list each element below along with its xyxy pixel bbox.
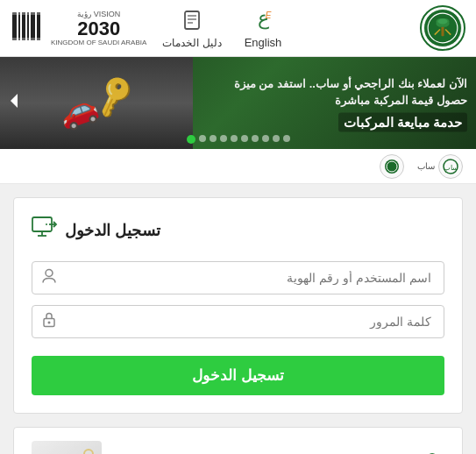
banner-prev-button[interactable] <box>4 90 25 117</box>
dot-4[interactable] <box>252 135 259 142</box>
dot-3[interactable] <box>262 135 269 142</box>
banner-title: الآن لعملاء بنك الراجحي أو ساب.. استفد م… <box>234 74 467 109</box>
header-nav: ع E English دليل الخدمات VIS <box>11 4 288 53</box>
partner-logos-strip: ساب ساب <box>0 149 476 184</box>
main-content: تسجيل الدخول <box>0 184 476 454</box>
dot-2[interactable] <box>273 135 280 142</box>
svg-rect-17 <box>27 12 29 40</box>
dot-8[interactable] <box>210 135 217 142</box>
login-submit-button[interactable]: تسجيل الدخول <box>32 356 444 395</box>
header: ع E English دليل الخدمات VIS <box>0 0 476 57</box>
keys-image: 🔑🚗 <box>53 72 140 133</box>
new-user-section: مستخدم جديد؟ <box>13 427 463 454</box>
svg-point-5 <box>438 18 448 24</box>
svg-point-34 <box>48 322 51 324</box>
svg-rect-14 <box>12 12 17 40</box>
dot-6[interactable] <box>231 135 238 142</box>
username-input[interactable] <box>32 261 444 294</box>
language-switcher[interactable]: ع E English <box>238 4 289 53</box>
services-label: دليل الخدمات <box>162 37 221 49</box>
svg-text:E: E <box>266 11 272 20</box>
language-icon: ع E <box>251 7 275 36</box>
login-title: تسجيل الدخول <box>65 221 160 240</box>
logo-label-1: ساب <box>417 161 435 171</box>
login-screen-icon <box>32 216 58 245</box>
svg-point-32 <box>46 270 53 277</box>
svg-rect-15 <box>18 12 20 40</box>
dot-5[interactable] <box>241 135 248 142</box>
username-field-group <box>32 261 444 294</box>
svg-marker-22 <box>11 94 18 108</box>
dot-9[interactable] <box>199 135 206 142</box>
partner-logo-2 <box>380 154 404 179</box>
banner-subtitle: حدمة مبايعة المركبات <box>338 112 467 131</box>
new-user-image <box>32 441 102 454</box>
vision-country: KINGDOM OF SAUDI ARABIA <box>51 39 146 47</box>
banner-image: 🔑🚗 <box>0 57 193 149</box>
promotional-banner: 🔑🚗 الآن لعملاء بنك الراجحي أو ساب.. استف… <box>0 57 476 149</box>
banner-text-content: الآن لعملاء بنك الراجحي أو ساب.. استفد م… <box>234 74 467 131</box>
svg-rect-21 <box>12 38 40 40</box>
user-icon <box>40 267 58 289</box>
language-label: English <box>245 36 282 49</box>
partner-logo-1: ساب ساب <box>417 154 463 179</box>
dot-1[interactable] <box>283 135 290 142</box>
svg-rect-19 <box>37 12 40 40</box>
book-icon <box>180 8 204 37</box>
services-guide-button[interactable]: دليل الخدمات <box>155 4 228 53</box>
svg-rect-27 <box>32 217 52 231</box>
vision-number: 2030 <box>51 19 146 39</box>
svg-rect-20 <box>12 12 40 15</box>
new-user-info: مستخدم جديد؟ <box>326 450 444 455</box>
logo-circle-1: ساب <box>438 154 463 179</box>
vision-2030-badge: VISION رؤية 2030 KINGDOM OF SAUDI ARABIA <box>51 10 146 46</box>
svg-rect-2 <box>441 26 444 36</box>
lock-icon <box>40 311 58 333</box>
svg-rect-16 <box>22 12 25 40</box>
banner-pagination <box>187 135 290 144</box>
svg-rect-10 <box>185 11 199 29</box>
login-card: تسجيل الدخول <box>13 197 463 414</box>
password-input[interactable] <box>32 305 444 338</box>
svg-rect-18 <box>31 12 35 40</box>
password-field-group <box>32 305 444 338</box>
barcode-icon <box>11 11 42 46</box>
svg-point-46 <box>84 450 93 454</box>
logo-circle-2 <box>380 154 404 179</box>
svg-text:ساب: ساب <box>444 164 458 172</box>
login-header: تسجيل الدخول <box>32 216 444 245</box>
dot-7[interactable] <box>220 135 227 142</box>
new-user-icon <box>420 450 444 455</box>
dot-10[interactable] <box>187 135 195 144</box>
site-logo <box>420 5 465 51</box>
